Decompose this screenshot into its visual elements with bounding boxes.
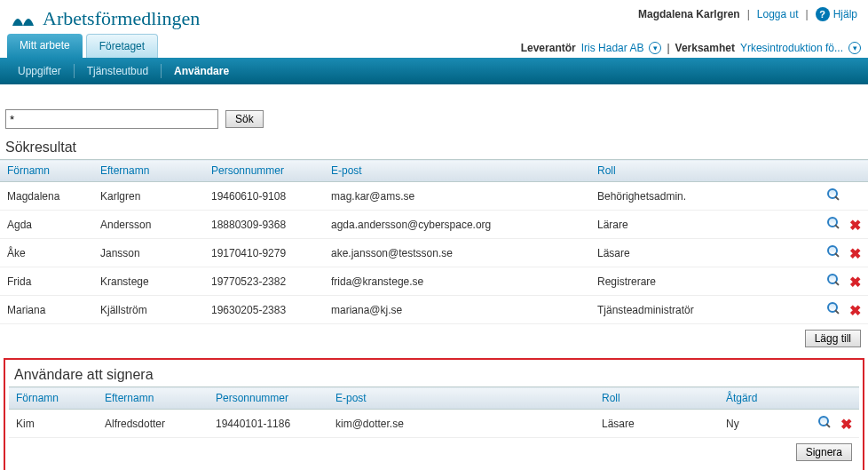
sign-table: Förnamn Efternamn Personnummer E-post Ro… bbox=[9, 386, 859, 438]
table-row: FridaKranstege19770523-2382frida@kranste… bbox=[0, 267, 868, 296]
view-icon[interactable] bbox=[826, 301, 840, 315]
user-name: Magdalena Karlgren bbox=[638, 8, 740, 20]
col-roll[interactable]: Roll bbox=[595, 387, 719, 410]
cell-personnummer: 19460610-9108 bbox=[204, 182, 324, 211]
table-row: MarianaKjällström19630205-2383mariana@kj… bbox=[0, 296, 868, 324]
cell-fornamn: Mariana bbox=[0, 296, 93, 324]
help-link[interactable]: Hjälp bbox=[833, 8, 857, 20]
cell-personnummer: 19170410-9279 bbox=[204, 239, 324, 267]
cell-efternamn: Jansson bbox=[93, 239, 204, 267]
cell-efternamn: Karlgren bbox=[93, 182, 204, 211]
chevron-down-icon[interactable]: ▾ bbox=[649, 42, 661, 54]
delete-icon[interactable]: ✖ bbox=[838, 418, 852, 432]
col-epost[interactable]: E-post bbox=[328, 387, 595, 410]
cell-personnummer: 18880309-9368 bbox=[204, 211, 324, 239]
subnav-tjansteutbud[interactable]: Tjänsteutbud bbox=[75, 65, 161, 77]
brand-icon bbox=[11, 10, 36, 28]
table-row: KimAlfredsdotter19440101-1186kim@dotter.… bbox=[9, 410, 859, 438]
logout-link[interactable]: Logga ut bbox=[757, 8, 799, 20]
context-bar: Leverantör Iris Hadar AB ▾ | Verksamhet … bbox=[521, 42, 861, 58]
cell-epost: mag.kar@ams.se bbox=[324, 182, 590, 211]
tab-mitt-arbete[interactable]: Mitt arbete bbox=[7, 34, 83, 58]
verksamhet-value[interactable]: Yrkesintroduktion fö... bbox=[740, 42, 843, 54]
results-table: Förnamn Efternamn Personnummer E-post Ro… bbox=[0, 159, 868, 324]
delete-icon[interactable]: ✖ bbox=[847, 219, 861, 233]
verksamhet-label: Verksamhet bbox=[675, 42, 735, 54]
cell-fornamn: Åke bbox=[0, 239, 93, 267]
delete-icon[interactable]: ✖ bbox=[847, 247, 861, 261]
cell-fornamn: Agda bbox=[0, 211, 93, 239]
view-icon[interactable] bbox=[826, 244, 840, 259]
table-row: MagdalenaKarlgren19460610-9108mag.kar@am… bbox=[0, 182, 868, 211]
subnav-anvandare[interactable]: Användare bbox=[162, 65, 241, 77]
cell-epost: agda.andersson@cyberspace.org bbox=[324, 211, 590, 239]
cell-fornamn: Frida bbox=[0, 267, 93, 296]
cell-efternamn: Kjällström bbox=[93, 296, 204, 324]
add-button[interactable]: Lägg till bbox=[805, 330, 861, 347]
view-icon[interactable] bbox=[826, 187, 840, 202]
cell-atgard: Ny bbox=[719, 410, 787, 438]
sign-button[interactable]: Signera bbox=[796, 443, 852, 461]
sign-section: Användare att signera Förnamn Efternamn … bbox=[4, 358, 864, 470]
search-input[interactable] bbox=[5, 109, 218, 129]
col-personnummer[interactable]: Personnummer bbox=[204, 160, 324, 182]
sub-navigation: Uppgifter Tjänsteutbud Användare bbox=[0, 58, 868, 84]
cell-roll: Tjänsteadministratör bbox=[590, 296, 723, 324]
subnav-uppgifter[interactable]: Uppgifter bbox=[5, 65, 74, 77]
cell-epost: kim@dotter.se bbox=[328, 410, 595, 438]
col-atgard[interactable]: Åtgärd bbox=[719, 387, 787, 410]
view-icon[interactable] bbox=[826, 216, 840, 230]
cell-epost: mariana@kj.se bbox=[324, 296, 590, 324]
cell-fornamn: Magdalena bbox=[0, 182, 93, 211]
delete-icon[interactable]: ✖ bbox=[847, 304, 861, 318]
view-icon[interactable] bbox=[817, 415, 832, 429]
table-row: ÅkeJansson19170410-9279ake.jansson@tests… bbox=[0, 239, 868, 267]
col-fornamn[interactable]: Förnamn bbox=[9, 387, 98, 410]
help-icon[interactable]: ? bbox=[816, 7, 830, 21]
delete-icon[interactable]: ✖ bbox=[847, 275, 861, 290]
brand-text: Arbetsförmedlingen bbox=[43, 7, 200, 30]
cell-roll: Registrerare bbox=[590, 267, 723, 296]
cell-efternamn: Kranstege bbox=[93, 267, 204, 296]
tab-foretaget[interactable]: Företaget bbox=[86, 34, 158, 58]
user-bar: Magdalena Karlgren | Logga ut | ? Hjälp bbox=[638, 7, 857, 21]
search-button[interactable]: Sök bbox=[225, 110, 264, 128]
cell-roll: Läsare bbox=[590, 239, 723, 267]
cell-personnummer: 19770523-2382 bbox=[204, 267, 324, 296]
col-roll[interactable]: Roll bbox=[590, 160, 723, 182]
cell-efternamn: Andersson bbox=[93, 211, 204, 239]
col-fornamn[interactable]: Förnamn bbox=[0, 160, 93, 182]
table-row: AgdaAndersson18880309-9368agda.andersson… bbox=[0, 211, 868, 239]
cell-roll: Lärare bbox=[590, 211, 723, 239]
col-efternamn[interactable]: Efternamn bbox=[98, 387, 209, 410]
cell-fornamn: Kim bbox=[9, 410, 98, 438]
sign-title: Användare att signera bbox=[9, 363, 859, 386]
leverantor-label: Leverantör bbox=[521, 42, 576, 54]
results-title: Sökresultat bbox=[0, 136, 868, 159]
cell-epost: ake.jansson@testsson.se bbox=[324, 239, 590, 267]
view-icon[interactable] bbox=[826, 273, 840, 287]
col-epost[interactable]: E-post bbox=[324, 160, 590, 182]
leverantor-value[interactable]: Iris Hadar AB bbox=[581, 42, 644, 54]
cell-personnummer: 19440101-1186 bbox=[209, 410, 328, 438]
col-efternamn[interactable]: Efternamn bbox=[93, 160, 204, 182]
cell-roll: Läsare bbox=[595, 410, 719, 438]
cell-efternamn: Alfredsdotter bbox=[98, 410, 209, 438]
cell-personnummer: 19630205-2383 bbox=[204, 296, 324, 324]
cell-roll: Behörighetsadmin. bbox=[590, 182, 723, 211]
cell-epost: frida@kranstege.se bbox=[324, 267, 590, 296]
brand-logo: Arbetsförmedlingen bbox=[11, 7, 200, 30]
chevron-down-icon[interactable]: ▾ bbox=[848, 42, 861, 54]
col-personnummer[interactable]: Personnummer bbox=[209, 387, 328, 410]
